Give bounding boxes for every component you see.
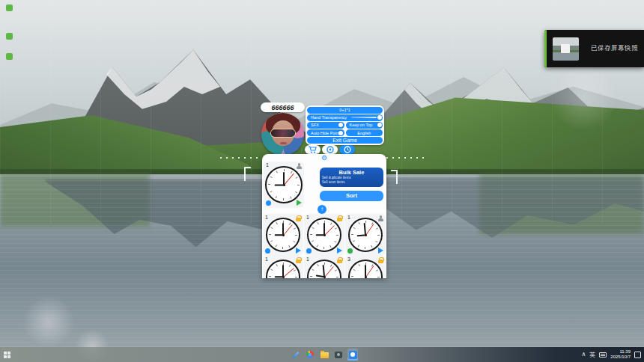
select-dot[interactable] (265, 248, 270, 254)
taskbar-date: 2025/10/7 (610, 355, 631, 361)
avatar[interactable] (261, 113, 304, 156)
clock-item[interactable]: 1 (345, 214, 386, 256)
pen-icon (292, 351, 299, 358)
play-icon[interactable] (378, 248, 383, 254)
taskbar-apps (291, 347, 358, 362)
start-button[interactable] (4, 352, 10, 358)
cart-icon (309, 146, 317, 153)
play-icon[interactable] (297, 200, 302, 206)
clock-item[interactable]: 1 (263, 256, 303, 278)
camera-icon (335, 352, 342, 358)
clock-face (265, 166, 303, 203)
tab-bar (305, 145, 355, 154)
taskbar-time: 11:39 (610, 349, 631, 355)
ime-indicator[interactable]: 英 (589, 351, 595, 359)
slider-knob[interactable] (377, 115, 382, 120)
tab-clocks[interactable] (339, 145, 355, 154)
collapse-up-icon[interactable]: ↑ (318, 205, 326, 214)
clock-item[interactable]: 1 (263, 214, 303, 256)
sort-button[interactable]: Sort (320, 191, 383, 201)
play-icon[interactable] (337, 248, 342, 254)
clock-face (266, 260, 300, 278)
taskbar: ∧ 英 11:39 2025/10/7 (0, 347, 644, 362)
notification-accent (544, 30, 547, 67)
taskbar-clock[interactable]: 11:39 2025/10/7 (610, 349, 631, 361)
taskbar-chrome[interactable] (305, 349, 315, 361)
corner-bracket-left (244, 167, 251, 181)
green-marker (6, 53, 13, 60)
taskbar-capture-app[interactable] (333, 349, 344, 361)
player-name[interactable]: 666666 (261, 102, 305, 112)
language-select[interactable]: English (346, 129, 383, 136)
select-dot[interactable] (347, 248, 353, 254)
exit-game-button[interactable]: Exit Game (307, 137, 383, 144)
clock-count: 1 (266, 162, 269, 168)
desktop: 666666 0+1*1 Hand Transparency SFX Keep … (0, 0, 644, 362)
clock-app-icon (349, 351, 357, 359)
tick-guides-right (386, 157, 428, 159)
taskbar-clock-game-active[interactable] (347, 349, 358, 361)
select-dot[interactable] (266, 200, 271, 206)
clock-item[interactable]: 3 (345, 256, 386, 278)
keep-on-top-toggle[interactable]: Keep on Top (346, 122, 383, 129)
select-dot[interactable] (306, 248, 312, 254)
corner-bracket-right (391, 170, 398, 184)
taskbar-file-explorer[interactable] (319, 349, 329, 361)
notification-text: 已保存屏幕快照 (591, 44, 638, 53)
clock-item[interactable]: 1 (304, 256, 344, 278)
sale-actions: Bulk Sale Sell duplicate items Sell soon… (320, 168, 383, 201)
clock-face (307, 260, 341, 278)
clock-item[interactable]: 1 (264, 162, 304, 208)
tray-chevron-icon[interactable]: ∧ (581, 352, 586, 358)
tab-settings[interactable] (322, 145, 338, 154)
clocks-panel: ⚙ 1 Bulk Sale Sell duplicate items Sell … (262, 154, 386, 278)
tick-guides-left (220, 157, 262, 159)
gear-circle-icon (326, 146, 334, 153)
folder-icon (321, 352, 329, 358)
action-center-icon[interactable] (634, 352, 641, 358)
sunglasses (271, 129, 295, 137)
clock-face (348, 260, 383, 278)
auto-hide-points-toggle[interactable]: Auto Hide Points (307, 129, 344, 136)
sfx-toggle[interactable]: SFX (307, 122, 344, 129)
clock-item[interactable]: 1 (304, 214, 344, 256)
keyboard-icon[interactable] (599, 352, 607, 358)
hand-transparency-slider[interactable]: Hand Transparency (307, 114, 383, 121)
screenshot-thumbnail (553, 37, 579, 61)
chrome-icon (306, 351, 314, 358)
settings-panel: 0+1*1 Hand Transparency SFX Keep on Top … (306, 105, 384, 145)
clock-icon (344, 146, 351, 153)
bulk-sale-button[interactable]: Bulk Sale Sell duplicate items Sell soon… (320, 168, 383, 187)
taskbar-pen-app[interactable] (291, 349, 301, 361)
play-icon[interactable] (296, 248, 301, 254)
tab-shop[interactable] (305, 145, 321, 154)
score-formula-button[interactable]: 0+1*1 (307, 107, 383, 114)
green-marker (6, 33, 13, 40)
screenshot-notification[interactable]: 已保存屏幕快照 (544, 30, 644, 67)
system-tray: ∧ 英 11:39 2025/10/7 (581, 347, 641, 362)
green-marker (6, 4, 13, 11)
